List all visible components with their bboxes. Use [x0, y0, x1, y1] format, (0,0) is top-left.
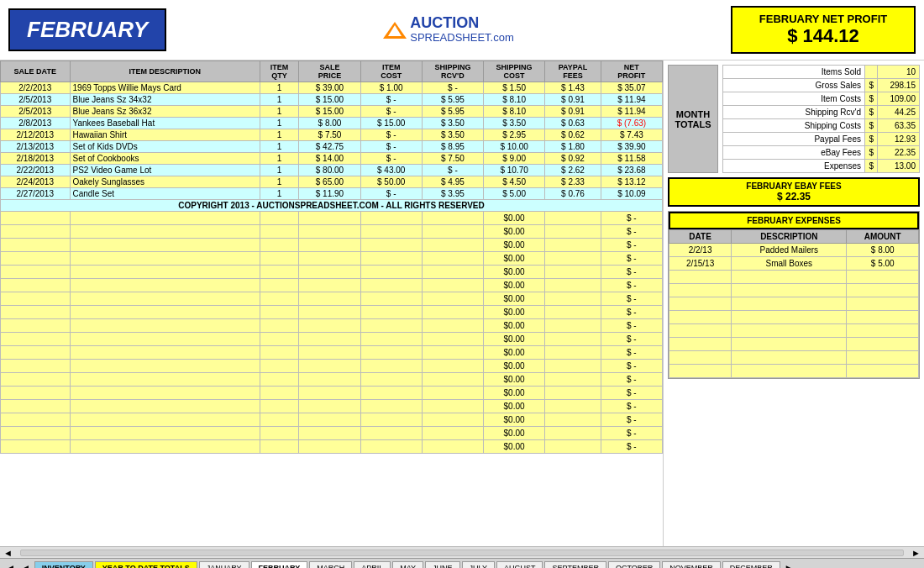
logo-area: AUCTION SPREADSHEET.com — [175, 15, 722, 44]
empty-table-row: $0.00$ - — [1, 319, 663, 333]
empty-table-row: $0.00$ - — [1, 292, 663, 306]
empty-table-row: $0.00$ - — [1, 427, 663, 440]
empty-table-row: $0.00$ - — [1, 225, 663, 239]
tab-nav-prev[interactable]: ◄ — [19, 563, 33, 568]
empty-expense-row — [669, 351, 919, 365]
month-totals-section: MONTHTOTALS Items Sold10Gross Sales$298.… — [668, 65, 920, 173]
expense-row: 2/2/13Padded Mailers$ 8.00 — [669, 244, 919, 257]
tab-april[interactable]: APRIL — [354, 561, 391, 569]
tab-november[interactable]: NOVEMBER — [662, 561, 721, 569]
month-totals-row: Item Costs$109.00 — [723, 92, 920, 106]
empty-table-row: $0.00$ - — [1, 346, 663, 360]
table-row: 2/8/2013Yankees Baseball Hat1$ 8.00$ 15.… — [1, 118, 663, 129]
logo-main-text: AUCTION — [410, 15, 514, 32]
tab-october[interactable]: OCTOBER — [608, 561, 660, 569]
exp-col-date: DATE — [669, 230, 732, 244]
tab-july[interactable]: JULY — [462, 561, 495, 569]
empty-table-row: $0.00$ - — [1, 266, 663, 279]
month-title: FEBRUARY — [8, 8, 166, 51]
ebay-fees-title: FEBRUARY EBAY FEES — [672, 181, 916, 191]
col-item-desc: ITEM DESCRIPTION — [70, 61, 260, 82]
net-profit-label: FEBRUARY NET PROFIT — [748, 13, 899, 25]
empty-table-row: $0.00$ - — [1, 306, 663, 319]
empty-expense-row — [669, 284, 919, 297]
tab-september[interactable]: SEPTEMBER — [544, 561, 606, 569]
main-spreadsheet: SALE DATE ITEM DESCRIPTION ITEMQTY SALEP… — [0, 60, 664, 546]
month-totals-row: Paypal Fees$12.93 — [723, 133, 920, 146]
tab-december[interactable]: DECEMBER — [722, 561, 780, 569]
net-profit-box: FEBRUARY NET PROFIT $ 144.12 — [731, 6, 916, 54]
col-sale-date: SALE DATE — [1, 61, 71, 82]
exp-col-desc: DESCRIPTION — [732, 230, 847, 244]
copyright-row: COPYRIGHT 2013 - AUCTIONSPREADSHEET.COM … — [1, 200, 663, 212]
tab-march[interactable]: MARCH — [309, 561, 352, 569]
table-row: 2/2/20131969 Topps Willie Mays Card1$ 39… — [1, 82, 663, 94]
scrollbar-track[interactable] — [20, 550, 904, 556]
empty-table-row: $0.00$ - — [1, 400, 663, 413]
empty-table-row: $0.00$ - — [1, 360, 663, 373]
empty-expense-row — [669, 271, 919, 284]
empty-expense-row — [669, 324, 919, 338]
col-shipping-cost: SHIPPINGCOST — [483, 61, 544, 82]
expenses-section: FEBRUARY EXPENSES DATE DESCRIPTION AMOUN… — [668, 211, 920, 379]
net-profit-value: $ 144.12 — [748, 25, 899, 47]
col-shipping-rcvd: SHIPPINGRCV'D — [422, 61, 483, 82]
tab-inventory[interactable]: INVENTORY — [34, 561, 93, 569]
logo-sub-text: SPREADSHEET.com — [410, 32, 514, 44]
ebay-fees-value: $ 22.35 — [672, 191, 916, 202]
tab-august[interactable]: AUGUST — [496, 561, 543, 569]
month-totals-row: Expenses$13.00 — [723, 160, 920, 173]
empty-table-row: $0.00$ - — [1, 387, 663, 400]
tab-year-to-date-totals[interactable]: YEAR TO DATE TOTALS — [95, 561, 197, 569]
empty-expense-row — [669, 338, 919, 351]
tab-nav-next[interactable]: ► — [782, 563, 795, 568]
tab-june[interactable]: JUNE — [425, 561, 460, 569]
ebay-fees-box: FEBRUARY EBAY FEES $ 22.35 — [668, 177, 920, 207]
tab-february[interactable]: FEBRUARY — [251, 561, 308, 569]
exp-col-amount: AMOUNT — [847, 230, 919, 244]
col-sale-price: SALEPRICE — [299, 61, 360, 82]
col-paypal-fees: PAYPALFEES — [545, 61, 601, 82]
month-totals-row: eBay Fees$22.35 — [723, 146, 920, 160]
expenses-title: FEBRUARY EXPENSES — [669, 212, 919, 229]
col-net-profit: NETPROFIT — [601, 61, 662, 82]
month-totals-data: Items Sold10Gross Sales$298.15Item Costs… — [722, 65, 920, 173]
table-row: 2/13/2013Set of Kids DVDs1$ 42.75$ -$ 8.… — [1, 141, 663, 153]
expense-row: 2/15/13Small Boxes$ 5.00 — [669, 257, 919, 271]
col-item-qty: ITEMQTY — [260, 61, 299, 82]
month-totals-row: Shipping Rcv'd$44.25 — [723, 106, 920, 119]
month-totals-row: Shipping Costs$63.35 — [723, 119, 920, 133]
empty-expense-row — [669, 311, 919, 324]
right-panel: MONTHTOTALS Items Sold10Gross Sales$298.… — [664, 60, 924, 546]
table-row: 2/27/2013Candle Set1$ 11.90$ -$ 3.95$ 5.… — [1, 188, 663, 200]
empty-table-row: $0.00$ - — [1, 239, 663, 252]
empty-table-row: $0.00$ - — [1, 373, 663, 387]
scroll-right-arrow[interactable]: ► — [908, 548, 924, 558]
empty-table-row: $0.00$ - — [1, 279, 663, 292]
month-totals-label: MONTHTOTALS — [668, 65, 718, 173]
table-row: 2/5/2013Blue Jeans Sz 36x321$ 15.00$ -$ … — [1, 106, 663, 118]
table-row: 2/18/2013Set of Cookbooks1$ 14.00$ -$ 7.… — [1, 153, 663, 165]
tab-bar: ◄ ◄ INVENTORYYEAR TO DATE TOTALSJANUARYF… — [0, 558, 924, 568]
empty-expense-row — [669, 365, 919, 378]
empty-table-row: $0.00$ - — [1, 333, 663, 346]
table-row: 2/24/2013Oakely Sunglasses1$ 65.00$ 50.0… — [1, 176, 663, 188]
tab-nav-left[interactable]: ◄ — [4, 563, 18, 568]
tab-january[interactable]: JANUARY — [199, 561, 249, 569]
month-totals-row: Items Sold10 — [723, 66, 920, 79]
scroll-left-arrow[interactable]: ◄ — [0, 548, 16, 558]
scrollbar[interactable]: ◄ ► — [0, 546, 924, 558]
empty-table-row: $0.00$ - — [1, 440, 663, 454]
tab-may[interactable]: MAY — [392, 561, 423, 569]
col-item-cost: ITEMCOST — [360, 61, 422, 82]
table-row: 2/22/2013PS2 Video Game Lot1$ 80.00$ 43.… — [1, 165, 663, 176]
table-row: 2/12/2013Hawaiian Shirt1$ 7.50$ -$ 3.50$… — [1, 129, 663, 141]
empty-table-row: $0.00$ - — [1, 212, 663, 225]
table-row: 2/5/2013Blue Jeans Sz 34x321$ 15.00$ -$ … — [1, 94, 663, 106]
empty-expense-row — [669, 297, 919, 311]
empty-table-row: $0.00$ - — [1, 413, 663, 427]
empty-table-row: $0.00$ - — [1, 252, 663, 266]
month-totals-row: Gross Sales$298.15 — [723, 79, 920, 92]
